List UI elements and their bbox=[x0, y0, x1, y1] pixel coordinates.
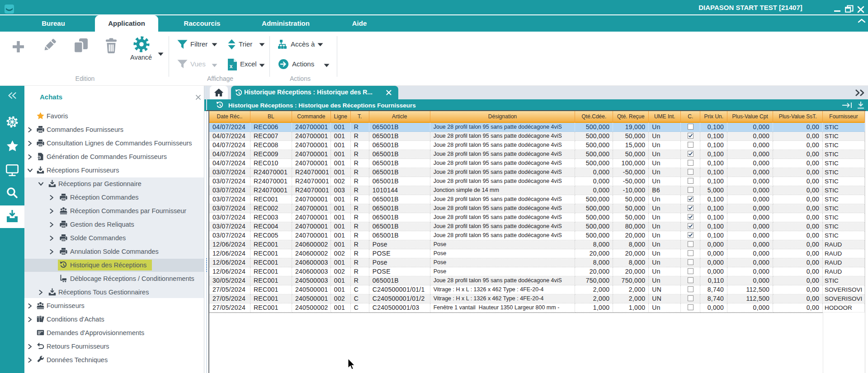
svg-text:x: x bbox=[230, 63, 233, 70]
